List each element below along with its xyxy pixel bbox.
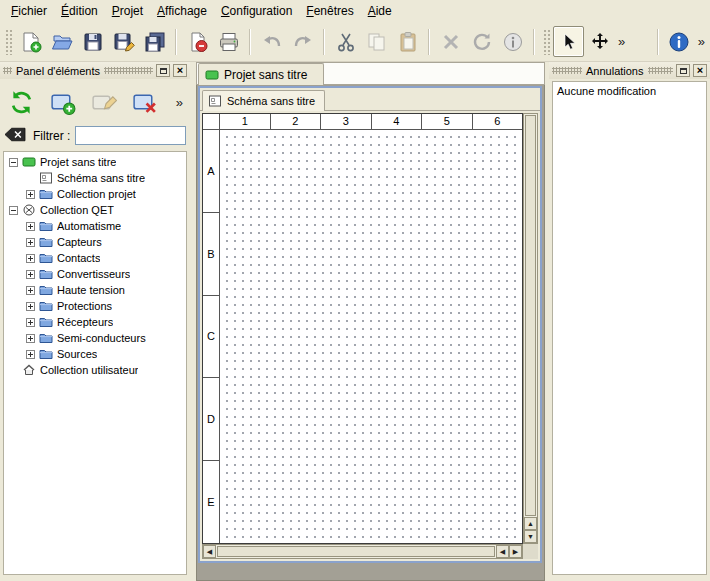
save-all-icon: [144, 31, 166, 53]
dock-grip[interactable]: [648, 67, 674, 74]
tree-item-schema[interactable]: Schéma sans titre: [4, 170, 186, 186]
menu-configuration[interactable]: Configuration: [214, 1, 299, 21]
save-button[interactable]: [77, 26, 108, 57]
dock-grip[interactable]: [3, 67, 12, 74]
horizontal-scrollbar-thumb[interactable]: [217, 546, 495, 557]
tree-item-convertisseurs[interactable]: Convertisseurs: [4, 266, 186, 282]
tree-item-label: Collection projet: [57, 188, 136, 200]
menu-affichage[interactable]: Affichage: [150, 1, 214, 21]
dock-grip[interactable]: [104, 67, 153, 74]
schema-canvas[interactable]: [220, 130, 522, 543]
schema-window[interactable]: Schéma sans titre 1 2 3 4 5 6: [198, 86, 542, 563]
scroll-left-button[interactable]: ◀: [203, 545, 216, 558]
project-tab[interactable]: Projet sans titre: [198, 63, 324, 85]
tree-item-project[interactable]: Projet sans titre: [4, 154, 186, 170]
scroll-up-button[interactable]: ▲: [524, 517, 537, 530]
close-file-button[interactable]: [182, 26, 213, 57]
scroll-right-button[interactable]: ▶: [509, 545, 522, 558]
tree-item-recepteurs[interactable]: Récepteurs: [4, 314, 186, 330]
open-folder-icon: [51, 31, 73, 53]
tree-item-capteurs[interactable]: Capteurs: [4, 234, 186, 250]
expand-icon[interactable]: [26, 222, 35, 231]
expand-icon[interactable]: [26, 286, 35, 295]
undo-history-item[interactable]: Aucune modification: [553, 82, 706, 100]
row-ruler: A B C D E: [203, 130, 220, 543]
menu-projet[interactable]: Projet: [105, 1, 150, 21]
select-mode-button[interactable]: [553, 26, 584, 57]
collapse-icon[interactable]: [9, 158, 18, 167]
filter-input[interactable]: [75, 126, 186, 145]
expand-icon[interactable]: [26, 318, 35, 327]
new-element-icon: [49, 89, 76, 116]
toolbar-overflow-chevron[interactable]: »: [695, 26, 708, 57]
menu-edition[interactable]: Édition: [54, 1, 105, 21]
tree-item-collection-projet[interactable]: Collection projet: [4, 186, 186, 202]
expand-icon[interactable]: [26, 270, 35, 279]
tree-item-label: Récepteurs: [57, 316, 113, 328]
scroll-down-button[interactable]: ▼: [524, 530, 537, 543]
expand-icon[interactable]: [26, 350, 35, 359]
expand-icon[interactable]: [26, 334, 35, 343]
dock-grip[interactable]: [552, 67, 582, 74]
tree-item-label: Schéma sans titre: [57, 172, 145, 184]
schema-tab-label: Schéma sans titre: [227, 95, 315, 107]
cut-button[interactable]: [330, 26, 361, 57]
info-icon: [502, 31, 524, 53]
clear-filter-button[interactable]: [4, 127, 28, 144]
pan-mode-button[interactable]: [584, 26, 615, 57]
row-label: D: [203, 378, 219, 461]
reload-collections-button[interactable]: [3, 84, 40, 121]
tree-item-protections[interactable]: Protections: [4, 298, 186, 314]
edit-element-button: [85, 84, 122, 121]
expand-icon[interactable]: [26, 302, 35, 311]
print-button[interactable]: [213, 26, 244, 57]
schema-tab[interactable]: Schéma sans titre: [202, 90, 325, 111]
column-label: 2: [271, 114, 322, 129]
elements-panel-dock: Panel d'éléments × » Filtrer :: [0, 62, 190, 581]
elements-panel-toolbar: »: [0, 79, 190, 123]
panel-overflow-chevron[interactable]: »: [176, 95, 187, 110]
tree-item-semi-conducteurs[interactable]: Semi-conducteurs: [4, 330, 186, 346]
tree-item-haute-tension[interactable]: Haute tension: [4, 282, 186, 298]
toolbar-grip[interactable]: [543, 29, 550, 55]
toolbar-overflow-chevron[interactable]: »: [615, 26, 628, 57]
dock-float-button[interactable]: [156, 64, 170, 77]
new-file-button[interactable]: [15, 26, 46, 57]
delete-element-button[interactable]: [126, 84, 163, 121]
tree-item-automatisme[interactable]: Automatisme: [4, 218, 186, 234]
toolbar-grip[interactable]: [5, 29, 12, 55]
redo-button: [287, 26, 318, 57]
expand-icon[interactable]: [26, 254, 35, 263]
vertical-scrollbar-thumb[interactable]: [525, 115, 536, 516]
tree-item-sources[interactable]: Sources: [4, 346, 186, 362]
open-file-button[interactable]: [46, 26, 77, 57]
tree-item-collection-utilisateur[interactable]: Collection utilisateur: [4, 362, 186, 378]
menu-aide[interactable]: Aide: [361, 1, 399, 21]
expand-icon[interactable]: [26, 190, 35, 199]
dock-float-button[interactable]: [676, 64, 690, 77]
new-element-button[interactable]: [44, 84, 81, 121]
undo-icon: [261, 31, 283, 53]
dock-close-button[interactable]: ×: [693, 64, 707, 77]
save-as-button[interactable]: [108, 26, 139, 57]
down-arrow-icon: ▼: [527, 533, 534, 540]
collapse-icon[interactable]: [9, 206, 18, 215]
dock-close-button[interactable]: ×: [173, 64, 187, 77]
vertical-scrollbar[interactable]: ▲ ▼: [523, 113, 538, 544]
save-all-button[interactable]: [139, 26, 170, 57]
toolbar-separator: [533, 29, 535, 55]
scroll-left-button[interactable]: ◀: [496, 545, 509, 558]
main-toolbar: » »: [0, 22, 710, 62]
horizontal-scrollbar[interactable]: ◀ ◀ ▶: [202, 544, 523, 559]
undo-history-list: Aucune modification: [552, 81, 707, 575]
about-button[interactable]: [664, 26, 695, 57]
row-label: A: [203, 130, 219, 213]
menu-fichier[interactable]: Fichier: [4, 1, 54, 21]
information-button: [497, 26, 528, 57]
rotate-icon: [471, 31, 493, 53]
tree-item-label: Sources: [57, 348, 97, 360]
menu-fenetres[interactable]: Fenêtres: [299, 1, 360, 21]
tree-item-contacts[interactable]: Contacts: [4, 250, 186, 266]
tree-item-collection-qet[interactable]: Collection QET: [4, 202, 186, 218]
expand-icon[interactable]: [26, 238, 35, 247]
